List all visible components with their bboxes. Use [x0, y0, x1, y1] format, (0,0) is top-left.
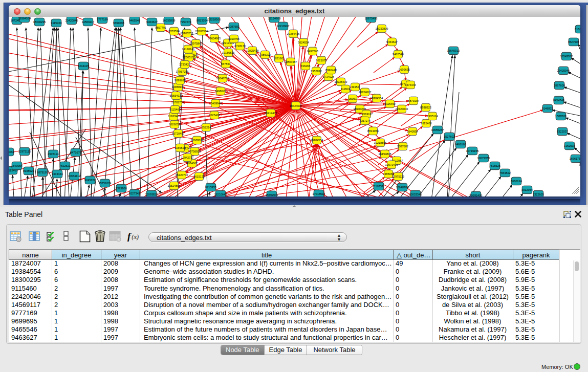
svg-text:10648784: 10648784	[396, 186, 409, 189]
svg-text:7515526: 7515526	[489, 164, 500, 167]
svg-text:19384554: 19384554	[311, 139, 323, 142]
svg-text:2087682: 2087682	[397, 145, 408, 148]
svg-text:7357274: 7357274	[359, 119, 371, 122]
svg-text:16914479: 16914479	[265, 112, 277, 115]
svg-text:22420046: 22420046	[66, 19, 78, 22]
svg-text:8938923: 8938923	[420, 106, 431, 109]
svg-text:15720407: 15720407	[172, 132, 185, 135]
svg-text:12213967: 12213967	[277, 25, 290, 28]
svg-text:7955812: 7955812	[311, 70, 322, 73]
svg-text:8990443: 8990443	[325, 69, 337, 72]
svg-text:16046766: 16046766	[216, 77, 229, 80]
svg-text:16782759: 16782759	[171, 101, 184, 104]
svg-text:2626032: 2626032	[169, 123, 180, 126]
svg-text:7485063: 7485063	[9, 150, 14, 154]
svg-text:6497568: 6497568	[307, 50, 318, 53]
svg-text:16033809: 16033809	[163, 19, 176, 22]
svg-text:10958107: 10958107	[172, 85, 185, 89]
svg-text:8813054: 8813054	[367, 129, 379, 133]
svg-text:9684067: 9684067	[186, 162, 198, 165]
svg-text:12975115: 12975115	[392, 175, 404, 178]
svg-text:12942737: 12942737	[181, 156, 194, 159]
svg-text:7357274: 7357274	[180, 20, 191, 24]
svg-text:9463627: 9463627	[386, 40, 398, 43]
svg-text:2935114: 2935114	[427, 115, 438, 118]
svg-text:19166825: 19166825	[222, 51, 235, 54]
svg-text:10807487: 10807487	[285, 60, 297, 63]
svg-text:19384554: 19384554	[18, 17, 31, 20]
svg-text:8215955: 8215955	[205, 186, 216, 189]
svg-text:17957255: 17957255	[176, 70, 189, 73]
svg-text:13654923: 13654923	[170, 94, 183, 97]
svg-text:15751074: 15751074	[99, 182, 112, 185]
svg-text:9899695: 9899695	[175, 79, 186, 82]
svg-text:7663822: 7663822	[499, 171, 511, 174]
svg-text:6879197: 6879197	[408, 99, 419, 102]
svg-text:13524851: 13524851	[168, 184, 181, 187]
svg-text:39154: 39154	[351, 85, 359, 89]
svg-text:20206536: 20206536	[195, 30, 208, 33]
svg-text:7625402: 7625402	[209, 114, 220, 117]
svg-text:16961758: 16961758	[570, 157, 580, 160]
svg-text:9699695: 9699695	[113, 21, 124, 25]
svg-text:1010755: 1010755	[228, 37, 239, 40]
svg-text:1192346: 1192346	[168, 115, 179, 118]
svg-text:2322605: 2322605	[533, 193, 544, 196]
svg-text:9474444: 9474444	[52, 172, 63, 176]
svg-text:9245652: 9245652	[84, 179, 96, 182]
svg-text:114519: 114519	[341, 87, 350, 91]
svg-text:19218506: 19218506	[208, 18, 221, 21]
svg-text:9115460: 9115460	[384, 102, 395, 105]
svg-text:20364436: 20364436	[287, 32, 300, 35]
svg-text:18724007: 18724007	[290, 104, 302, 107]
svg-text:1244415: 1244415	[78, 64, 89, 68]
svg-text:62160: 62160	[275, 57, 283, 60]
svg-text:1733426: 1733426	[179, 63, 190, 66]
svg-text:23420046: 23420046	[557, 69, 570, 72]
svg-text:9465546: 9465546	[129, 19, 140, 22]
svg-text:5498222: 5498222	[215, 90, 226, 93]
svg-text:1362615: 1362615	[564, 144, 575, 147]
svg-text:9527505: 9527505	[568, 40, 579, 43]
svg-text:7632621: 7632621	[59, 164, 71, 167]
svg-text:9463627: 9463627	[146, 20, 158, 24]
svg-text:8322037: 8322037	[557, 130, 568, 133]
svg-text:19384554: 19384554	[371, 97, 383, 100]
svg-text:10025438: 10025438	[246, 49, 259, 52]
svg-text:16640910: 16640910	[447, 49, 460, 52]
svg-text:2718170: 2718170	[234, 45, 246, 48]
svg-text:20053346: 20053346	[409, 193, 422, 196]
svg-text:8471676: 8471676	[70, 151, 81, 154]
svg-text:9329966: 9329966	[116, 187, 127, 190]
svg-text:116753: 116753	[374, 185, 383, 188]
svg-text:17016514: 17016514	[313, 192, 325, 195]
svg-text:6734028: 6734028	[323, 75, 334, 78]
svg-text:10688609: 10688609	[191, 139, 204, 142]
svg-text:10655267: 10655267	[431, 128, 444, 132]
svg-text:9227342: 9227342	[129, 192, 140, 195]
svg-text:8813054: 8813054	[197, 19, 208, 22]
svg-text:9115460: 9115460	[421, 122, 431, 125]
svg-text:6466160: 6466160	[455, 143, 466, 146]
svg-text:8938923: 8938923	[23, 169, 34, 172]
svg-text:15692971: 15692971	[266, 193, 278, 196]
svg-text:10973493: 10973493	[385, 163, 398, 166]
svg-text:13325419: 13325419	[335, 80, 347, 83]
svg-text:12975115: 12975115	[18, 150, 31, 153]
svg-text:10654112: 10654112	[68, 174, 80, 178]
svg-text:2867608: 2867608	[554, 84, 565, 87]
svg-text:19218506: 19218506	[374, 141, 387, 144]
svg-text:2087682: 2087682	[228, 25, 239, 28]
svg-text:1353594: 1353594	[168, 30, 180, 33]
svg-text:16120746: 16120746	[176, 173, 188, 177]
svg-text:1588520: 1588520	[555, 115, 567, 118]
svg-text:12505135: 12505135	[183, 56, 195, 59]
svg-text:12093822: 12093822	[145, 193, 158, 196]
svg-text:746266: 746266	[301, 64, 311, 68]
svg-text:14569117: 14569117	[360, 113, 373, 116]
svg-text:20691406: 20691406	[470, 194, 483, 196]
svg-text:16154808: 16154808	[268, 17, 281, 20]
svg-text:1640954: 1640954	[11, 164, 23, 167]
svg-text:14569117: 14569117	[82, 20, 94, 24]
svg-text:35061: 35061	[349, 97, 357, 100]
